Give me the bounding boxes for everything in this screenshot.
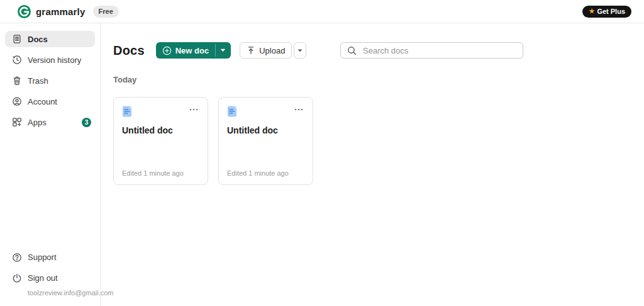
doc-card[interactable]: Untitled doc Edited 1 minute ago: [113, 97, 208, 185]
upload-label: Upload: [259, 46, 285, 55]
doc-title: Untitled doc: [227, 125, 304, 135]
upload-icon: [247, 46, 255, 55]
new-doc-label: New doc: [175, 46, 209, 55]
chevron-down-icon: [297, 49, 303, 52]
account-email: toolzreview.info@gmail.com: [28, 288, 95, 297]
doc-edited-time: Edited 1 minute ago: [122, 169, 199, 177]
get-plus-button[interactable]: ★ Get Plus: [582, 6, 631, 18]
doc-cards: Untitled doc Edited 1 minute ago: [113, 97, 644, 185]
card-menu-button[interactable]: [293, 107, 304, 112]
plan-badge: Free: [93, 6, 119, 18]
ellipsis-icon: [294, 108, 303, 111]
star-icon: ★: [589, 8, 594, 14]
sidebar-item-label: Account: [28, 97, 57, 106]
grammarly-logo-icon[interactable]: [18, 5, 31, 18]
apps-count-badge: 3: [82, 118, 91, 127]
upload-button-group: Upload: [240, 42, 306, 59]
sidebar-item-account[interactable]: Account: [5, 93, 95, 110]
card-menu-button[interactable]: [188, 107, 199, 112]
doc-card[interactable]: Untitled doc Edited 1 minute ago: [218, 97, 313, 185]
section-label: Today: [113, 75, 644, 84]
sidebar-item-label: Support: [28, 252, 57, 262]
sidebar-item-label: Docs: [28, 35, 48, 44]
sidebar-footer: Support Sign out toolzreview.info@gmail.…: [0, 249, 100, 306]
page-title: Docs: [113, 43, 145, 58]
upload-button[interactable]: Upload: [240, 42, 292, 59]
sidebar-item-label: Trash: [28, 76, 48, 86]
brand: grammarly Free: [18, 5, 119, 18]
new-doc-dropdown-button[interactable]: [216, 42, 231, 59]
sidebar: Docs Version history: [0, 23, 101, 306]
sidebar-item-docs[interactable]: Docs: [5, 31, 95, 47]
document-icon: [227, 105, 237, 118]
sidebar-item-support[interactable]: Support: [5, 249, 95, 266]
power-icon: [12, 273, 22, 283]
content-header: Docs New doc: [113, 42, 644, 59]
upload-dropdown-button[interactable]: [294, 42, 306, 59]
version-history-icon: [12, 55, 22, 65]
plus-circle-icon: [162, 46, 172, 55]
sidebar-item-label: Apps: [28, 118, 47, 127]
ellipsis-icon: [189, 108, 198, 111]
search-icon: [347, 46, 357, 55]
document-icon: [122, 105, 132, 118]
search-input[interactable]: [362, 45, 516, 56]
trash-icon: [12, 76, 22, 86]
main-content: Docs New doc: [101, 23, 644, 306]
doc-edited-time: Edited 1 minute ago: [227, 169, 304, 177]
sidebar-item-sign-out[interactable]: Sign out: [5, 270, 95, 286]
page-body: Docs Version history: [0, 23, 644, 306]
search-box: [340, 42, 523, 59]
sidebar-nav: Docs Version history: [0, 31, 100, 135]
top-bar: grammarly Free ★ Get Plus: [0, 0, 644, 23]
sidebar-item-label: Sign out: [28, 273, 58, 283]
sidebar-item-apps[interactable]: Apps 3: [5, 114, 95, 130]
app-window: grammarly Free ★ Get Plus Docs: [0, 0, 644, 306]
sidebar-item-label: Version history: [28, 55, 81, 65]
help-icon: [12, 252, 22, 263]
chevron-down-icon: [220, 48, 226, 52]
apps-icon: [12, 117, 22, 127]
docs-icon: [12, 34, 22, 44]
card-top: [227, 105, 304, 118]
sidebar-item-version-history[interactable]: Version history: [5, 52, 95, 68]
brand-wordmark: grammarly: [36, 6, 86, 17]
new-doc-button[interactable]: New doc: [156, 42, 231, 59]
doc-title: Untitled doc: [122, 125, 199, 135]
get-plus-label: Get Plus: [597, 8, 625, 15]
card-top: [122, 105, 199, 118]
sidebar-item-trash[interactable]: Trash: [5, 72, 95, 89]
account-icon: [12, 96, 22, 106]
new-doc-main[interactable]: New doc: [156, 42, 215, 59]
